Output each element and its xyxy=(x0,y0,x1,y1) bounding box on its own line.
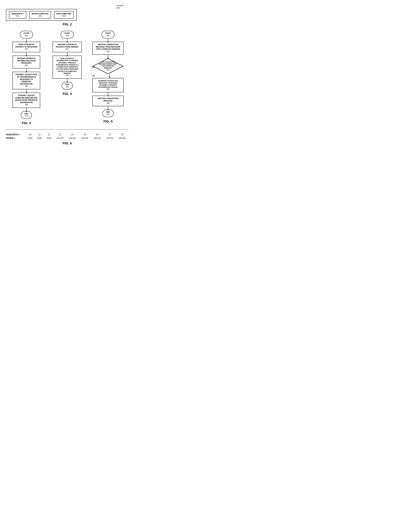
fig6-sequence-row: SEQUENCE # 10 11 12 13 14 15 16 17 18 xyxy=(6,133,129,136)
packet-label: PACKET 200 xyxy=(116,4,124,9)
flowcharts-row: START 300 SEND STREAM OF PACKETS TO RECE… xyxy=(6,31,129,125)
fig5-node-502: RECEIVE CONGESTION MESSAGE FROM RECEIVER… xyxy=(92,42,124,55)
fig6-seq-10: 10 xyxy=(25,133,35,136)
fig5-no-row: NO xyxy=(92,74,124,77)
fig5-yes-label: YES xyxy=(92,66,95,68)
fig4-start: START 400 xyxy=(61,31,74,38)
fig3-node-306: POSSIBLY ADJUST RATE OF TRANSMISSION IN … xyxy=(13,72,40,89)
fig3-arrow-4 xyxy=(26,89,27,93)
fig6-probe-1: (5,9) xyxy=(35,136,44,140)
fig4-node-402: RECEIVE STREAM OF PACKETS FROM SENDER 40… xyxy=(53,42,82,52)
fig3-arrow-3 xyxy=(26,68,27,72)
fig6-probe-6: (10,15) xyxy=(91,136,103,140)
fig2-title: FIG. 2 xyxy=(6,22,129,26)
fig6-seq-15: 15 xyxy=(79,133,91,136)
fig6-seq-17: 17 xyxy=(103,133,116,136)
fig4-arrow-1 xyxy=(67,38,67,42)
fig3-title: FIG. 3 xyxy=(22,121,31,125)
fig6-probe-row: PROBE # (5,9) (5,9) (5,9) (10,15) (10,15… xyxy=(6,136,129,140)
fig6-sequence-label: SEQUENCE # xyxy=(6,133,25,136)
fig6-probe-2: (5,9) xyxy=(44,136,54,140)
fig3-arrow-5 xyxy=(26,108,27,111)
fig6-title: FIG. 6 xyxy=(6,141,129,145)
fig6-seq-13: 13 xyxy=(54,133,66,136)
fig4-arrow-3 xyxy=(67,79,67,82)
fig5-node-506: FORWARD CONGESTION MESSAGE TO SENDER (PO… xyxy=(92,78,124,92)
fig6-probe-4: (10,15) xyxy=(66,136,79,140)
fig4-flowchart: START 400 RECEIVE STREAM OF PACKETS FROM… xyxy=(47,31,87,96)
fig5-end: END 510 xyxy=(103,110,114,117)
fig3-node-302: SEND STREAM OF PACKETS TO RECEIVERS 302 xyxy=(13,42,40,52)
fig5-arrow-2 xyxy=(108,55,108,58)
fig6-section: SEQUENCE # 10 11 12 13 14 15 16 17 18 PR… xyxy=(6,130,129,145)
fig5-title: FIG. 5 xyxy=(103,119,113,123)
fig4-arrow-2 xyxy=(67,52,67,56)
fig2-box-begin-sampling: BEGIN SAMPLING 204 xyxy=(29,11,51,18)
fig3-end: END 310 xyxy=(21,111,32,119)
fig3-arrow-1 xyxy=(26,38,27,42)
fig6-seq-11: 11 xyxy=(35,133,44,136)
fig6-seq-18: 18 xyxy=(116,133,129,136)
fig5-diamond-text: HAS CONGESTION MESSAGE BEEN SENT FOR SAM… xyxy=(98,61,118,71)
fig6-probe-5: (10,15) xyxy=(79,136,91,140)
fig5-diamond-504: HAS CONGESTION MESSAGE BEEN SENT FOR SAM… xyxy=(92,58,124,74)
fig5-arrow-4 xyxy=(108,106,108,110)
fig2-box-sequence: SEQUENCE # 202 xyxy=(9,11,26,18)
fig3-node-308: POSSIBLY ADJUST SAMPLING WINDOW SIZE BAS… xyxy=(13,93,40,108)
fig6-probe-label: PROBE # xyxy=(6,136,25,140)
fig6-probe-8: (16,20) xyxy=(116,136,129,140)
fig6-probe-3: (10,15) xyxy=(54,136,66,140)
fig6-probe-0: (5,9) xyxy=(25,136,35,140)
fig5-arrow-1 xyxy=(108,38,108,42)
fig5-flowchart: START 500 RECEIVE CONGESTION MESSAGE FRO… xyxy=(88,31,129,123)
fig2-box-end-sampling: END SAMPLING 206 xyxy=(54,11,74,18)
fig5-node-508: DISCARD CONGESTION MESSAGE 508 xyxy=(92,96,124,106)
fig5-no-arrow-container xyxy=(95,74,124,77)
fig6-seq-14: 14 xyxy=(66,133,79,136)
fig6-seq-16: 16 xyxy=(91,133,103,136)
fig5-start: START 500 xyxy=(101,31,115,38)
fig2-outer-box: SEQUENCE # 202 BEGIN SAMPLING 204 END SA… xyxy=(6,9,77,21)
fig6-probe-7: (10,15) xyxy=(103,136,116,140)
fig3-start: START 300 xyxy=(20,31,33,38)
fig2-section: PACKET 200 SEQUENCE # 202 BEGIN SAMPLING… xyxy=(6,4,129,26)
fig4-title: FIG. 4 xyxy=(63,92,72,96)
fig5-arrow-3 xyxy=(108,92,108,96)
fig4-node-404: SEND FEEDBACK INFORMATION TO SENDER (POS… xyxy=(53,56,82,79)
fig3-arrow-2 xyxy=(26,52,27,56)
fig3-flowchart: START 300 SEND STREAM OF PACKETS TO RECE… xyxy=(6,31,47,125)
fig5-no-label: NO xyxy=(92,75,95,77)
fig3-node-304: RECEIVE FEEDBACK INFORMATION FROM RECEIV… xyxy=(13,56,40,68)
fig4-end: END 406 xyxy=(62,82,72,89)
fig6-table: SEQUENCE # 10 11 12 13 14 15 16 17 18 PR… xyxy=(6,133,129,140)
fig6-seq-12: 12 xyxy=(44,133,54,136)
